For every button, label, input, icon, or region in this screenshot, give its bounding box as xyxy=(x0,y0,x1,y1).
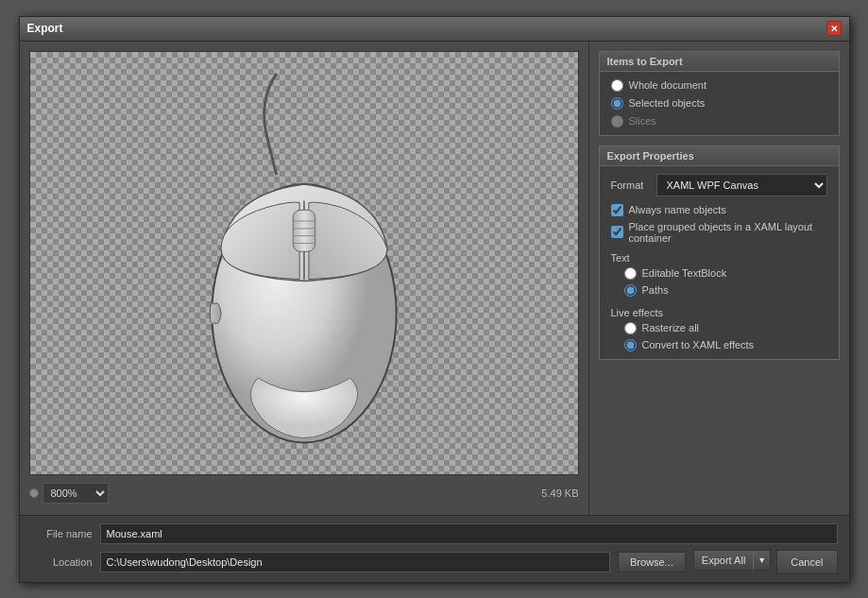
text-group-label: Text xyxy=(611,252,827,264)
items-to-export-content: Whole document Selected objects Slices xyxy=(600,72,839,135)
items-to-export-header: Items to Export xyxy=(600,52,839,72)
place-grouped-checkbox[interactable] xyxy=(611,226,623,238)
slices-radio xyxy=(611,115,623,128)
export-properties-header: Export Properties xyxy=(600,146,839,166)
export-dialog: Export ✕ xyxy=(19,16,850,583)
editable-textblock-radio[interactable] xyxy=(624,267,637,280)
always-name-checkbox[interactable] xyxy=(611,204,623,216)
format-row: Format XAML WPF Canvas XAML Silverlight … xyxy=(600,166,839,200)
place-grouped-label: Place grouped objects in a XAML layout c… xyxy=(629,221,827,244)
format-label: Format xyxy=(611,179,649,191)
zoom-select[interactable]: 800% xyxy=(43,483,109,504)
editable-textblock-label: Editable TextBlock xyxy=(642,267,727,279)
export-all-button[interactable]: Export All ▼ xyxy=(693,550,771,571)
always-name-option[interactable]: Always name objects xyxy=(611,204,827,216)
items-to-export-section: Items to Export Whole document Selected … xyxy=(599,51,840,136)
paths-label: Paths xyxy=(642,284,669,296)
text-group: Text Editable TextBlock Paths xyxy=(611,252,827,297)
export-all-main[interactable]: Export All xyxy=(694,551,753,570)
cancel-button[interactable]: Cancel xyxy=(776,550,837,574)
selected-objects-radio[interactable] xyxy=(611,97,623,110)
svg-rect-2 xyxy=(293,210,315,251)
live-effects-group: Live effects Rasterize all Convert to XA… xyxy=(611,307,827,351)
live-effects-label: Live effects xyxy=(611,307,827,318)
file-size: 5.49 KB xyxy=(541,487,578,499)
browse-button[interactable]: Browse... xyxy=(618,552,686,572)
location-input[interactable] xyxy=(100,552,611,572)
paths-option[interactable]: Paths xyxy=(624,284,827,297)
export-all-arrow[interactable]: ▼ xyxy=(753,551,770,570)
dialog-title: Export xyxy=(27,22,63,35)
export-properties-section: Export Properties Format XAML WPF Canvas… xyxy=(599,145,840,360)
file-name-row: File name xyxy=(31,523,838,544)
convert-xaml-option[interactable]: Convert to XAML effects xyxy=(624,339,827,351)
whole-document-label: Whole document xyxy=(629,79,707,91)
live-effects-options: Rasterize all Convert to XAML effects xyxy=(611,322,827,351)
preview-panel: 800% 5.49 KB xyxy=(20,42,589,515)
convert-xaml-label: Convert to XAML effects xyxy=(642,339,755,350)
dialog-body: 800% 5.49 KB Items to Export Whole docum… xyxy=(20,42,849,515)
always-name-label: Always name objects xyxy=(629,204,726,215)
slices-label: Slices xyxy=(629,115,656,127)
zoom-area: 800% xyxy=(29,483,109,504)
slices-option[interactable]: Slices xyxy=(611,115,827,128)
whole-document-radio[interactable] xyxy=(611,79,623,92)
right-panel: Items to Export Whole document Selected … xyxy=(589,42,849,515)
place-grouped-option[interactable]: Place grouped objects in a XAML layout c… xyxy=(611,221,827,244)
file-name-label: File name xyxy=(31,528,93,539)
close-button[interactable]: ✕ xyxy=(826,21,842,36)
rasterize-all-option[interactable]: Rasterize all xyxy=(624,322,827,334)
export-options: Always name objects Place grouped object… xyxy=(600,200,839,359)
selected-objects-option[interactable]: Selected objects xyxy=(611,97,827,110)
rasterize-all-label: Rasterize all xyxy=(642,322,700,333)
preview-area xyxy=(29,51,579,475)
title-bar: Export ✕ xyxy=(20,17,849,42)
location-row: Location Browse... Export All ▼ Cancel xyxy=(31,550,838,574)
paths-radio[interactable] xyxy=(624,284,637,297)
whole-document-option[interactable]: Whole document xyxy=(611,79,827,92)
file-name-input[interactable] xyxy=(100,523,838,544)
bottom-bar: File name Location Browse... Export All … xyxy=(20,515,849,582)
text-group-options: Editable TextBlock Paths xyxy=(611,267,827,297)
location-label: Location xyxy=(31,556,93,568)
zoom-dot xyxy=(29,488,39,498)
format-select[interactable]: XAML WPF Canvas XAML Silverlight SVG PNG xyxy=(656,174,827,196)
rasterize-all-radio[interactable] xyxy=(624,322,637,334)
editable-textblock-option[interactable]: Editable TextBlock xyxy=(624,267,827,280)
preview-toolbar: 800% 5.49 KB xyxy=(29,475,579,505)
action-buttons: Export All ▼ Cancel xyxy=(693,550,838,574)
selected-objects-label: Selected objects xyxy=(629,97,706,109)
convert-xaml-radio[interactable] xyxy=(624,339,637,351)
mouse-preview xyxy=(153,64,455,461)
